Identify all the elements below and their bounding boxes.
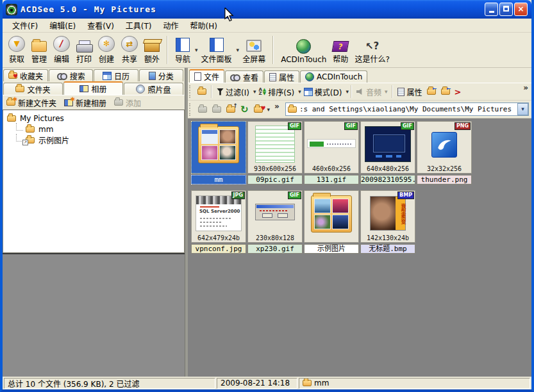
folder-tool-button[interactable] [195,87,209,96]
toolbar-grip[interactable] [189,85,194,98]
thumbnail-image-area[interactable]: 衰型卖变 BMP 142x130x24b [360,190,415,243]
thumbnail-200982310595[interactable]: GIF 640x480x256 200982310595... [360,121,415,184]
thumbnail-image-area[interactable]: SQL Server2000 JPG 642x479x24b [191,190,246,243]
new-album-button[interactable]: ✱ 新建相册 [64,97,106,108]
tab-categories[interactable]: 分类 [139,69,183,81]
share-button[interactable]: ⇄ 共享 [118,35,141,65]
thumbnail-image-area[interactable]: GIF 460x60x256 [304,121,359,174]
sort-az-icon: AZ▲▼ [258,88,266,95]
file-panes-button[interactable]: 文件面板 [198,35,235,65]
acdintouch-button[interactable]: ACDInTouch [278,35,330,65]
thumbnail-name[interactable]: thunder.png [417,175,472,184]
tab-view[interactable]: 查看 [225,70,263,83]
move-to-folder-button[interactable] [438,87,453,96]
menu-edit[interactable]: 编辑(E) [44,19,81,32]
create-button[interactable]: ✻ 创建 [95,35,118,65]
extra-button[interactable]: 额外 [141,35,163,65]
tab-properties[interactable]: 属性 [264,70,299,83]
maximize-button[interactable] [499,3,513,16]
print-button[interactable]: 打印 [73,35,95,65]
whats-this-button[interactable]: ↖? 这是什么? [351,35,392,65]
thumbnail-sample-pictures-folder[interactable]: 示例图片 [304,190,359,254]
toolbar-separator [167,36,168,64]
title-bar[interactable]: ACDSee 5.0 - My Pictures × [3,0,531,19]
up-button[interactable]: ↑ [224,105,237,114]
clipped-tool-icon[interactable]: > [453,87,461,97]
help-button[interactable]: ? 帮助 [330,35,351,65]
thumbnail-name[interactable]: xp230.gif [247,244,303,254]
thumbnail-image-area[interactable]: GIF 230x80x128 [247,190,303,243]
refresh-button[interactable]: ↻ [238,104,251,115]
thumbnail-mm-folder[interactable]: mm [191,121,246,184]
new-folder-button[interactable]: ✱ 新建文件夹 [6,97,56,108]
tab-favorites[interactable]: ♥ 收藏夹 [3,69,48,81]
navigation-pane: ♥ 收藏夹 搜索 日历 分类 文件夹 [3,68,185,377]
sparkle-icon: ✱ [12,96,17,102]
menu-bar: 文件(F) 编辑(E) 查看(V) 工具(T) 动作 帮助(H) [3,19,531,33]
thumbnail-name[interactable]: mm [191,175,246,184]
fullscreen-button[interactable]: 全屏幕 [239,35,269,65]
thumbnail-image-area[interactable] [191,121,246,174]
address-path[interactable]: :s and Settings\xiaoliang\My Documents\M… [299,105,517,113]
minimize-button[interactable] [485,3,498,16]
chevron-down-icon[interactable]: ▾ [346,88,349,95]
edit-button[interactable]: ∕ 编辑 [50,35,73,65]
thumbnail-name[interactable]: 200982310595... [360,175,415,184]
thumbnail-image-area[interactable]: PNG 32x32x256 [417,121,472,174]
thumbnail-name[interactable]: 示例图片 [304,244,359,254]
toolbar-grip[interactable] [189,103,194,116]
tab-file[interactable]: 文件 [189,69,224,83]
thumbnail-image-area[interactable]: GIF 930x600x256 [247,121,303,174]
tree-node-mm[interactable]: mm [13,124,183,135]
thumbnail-name[interactable]: 无标题.bmp [360,244,415,254]
thumbnail-name[interactable]: vpnconf.jpg [191,244,246,254]
menu-help[interactable]: 帮助(H) [185,19,223,32]
thumbnail-thunder[interactable]: PNG 32x32x256 thunder.png [417,121,472,184]
art-detail [262,213,272,218]
thumbnail-vpnconf[interactable]: SQL Server2000 JPG 642x479x24b vpnconf.j… [191,190,246,254]
mode-button[interactable]: 模式(D) [301,85,345,99]
thumbnail-name[interactable]: 09pic.gif [247,175,303,184]
speaker-icon [356,88,364,95]
menu-file[interactable]: 文件(F) [6,19,44,32]
manage-button[interactable]: 管理 [28,35,50,65]
menu-tools[interactable]: 工具(T) [120,19,158,32]
new-folder-icon: ✱ [6,99,15,106]
thumbnail-name[interactable]: 131.gif [304,175,359,184]
thumbnail-untitled-bmp[interactable]: 衰型卖变 BMP 142x130x24b 无标题.bmp [360,190,415,254]
tree-node-sample-pictures[interactable]: 示例图片 [13,135,183,145]
thumbnail-image-area[interactable] [304,190,359,243]
thumbnail-image-area[interactable]: GIF 640x480x256 [360,121,415,174]
sort-button[interactable]: AZ▲▼ 排序(S) [256,85,297,99]
properties-button[interactable]: 属性 [395,85,424,99]
tab-acdintouch[interactable]: ACDInTouch [300,70,367,83]
art-detail [200,206,219,208]
thumbnail-xp230[interactable]: GIF 230x80x128 xp230.gif [247,190,303,254]
thumbnail-art: 衰型卖变 [370,196,406,231]
screen-icon [246,40,262,52]
favorites-button[interactable]: ♥ [252,105,265,114]
thumbnail-09pic[interactable]: GIF 930x600x256 09pic.gif [247,121,303,184]
tab-search[interactable]: 搜索 [49,69,93,81]
folder-icon [31,41,47,52]
tree-node-root[interactable]: My Pictures [4,113,183,124]
chevron-down-icon[interactable]: ▾ [267,106,271,113]
address-dropdown-button[interactable]: ▾ [517,103,528,115]
filter-button[interactable]: 过滤(I) [214,85,252,99]
acquire-button[interactable]: ▼ 获取 [5,35,28,65]
menu-actions[interactable]: 动作 [158,19,185,32]
forward-button-disabled [210,105,223,114]
tab-calendar[interactable]: 日历 [94,69,138,81]
close-button[interactable]: × [514,3,528,16]
tab-folders[interactable]: 文件夹 [3,83,63,95]
tab-albums[interactable]: 相册 [63,81,123,95]
toolbar-overflow-chevron[interactable]: » [521,83,530,92]
nav-overflow-chevron[interactable]: » [272,102,281,111]
address-combobox[interactable]: :s and Settings\xiaoliang\My Documents\M… [285,102,529,116]
folder-thumbnail-art [198,126,239,163]
tab-photo-discs[interactable]: 照片盘 [124,83,183,95]
thumbnail-131[interactable]: GIF 460x60x256 131.gif [304,121,359,184]
nav-pane-button[interactable]: 导航 [172,35,194,65]
menu-view[interactable]: 查看(V) [81,19,120,32]
copy-to-folder-button[interactable] [424,87,438,96]
